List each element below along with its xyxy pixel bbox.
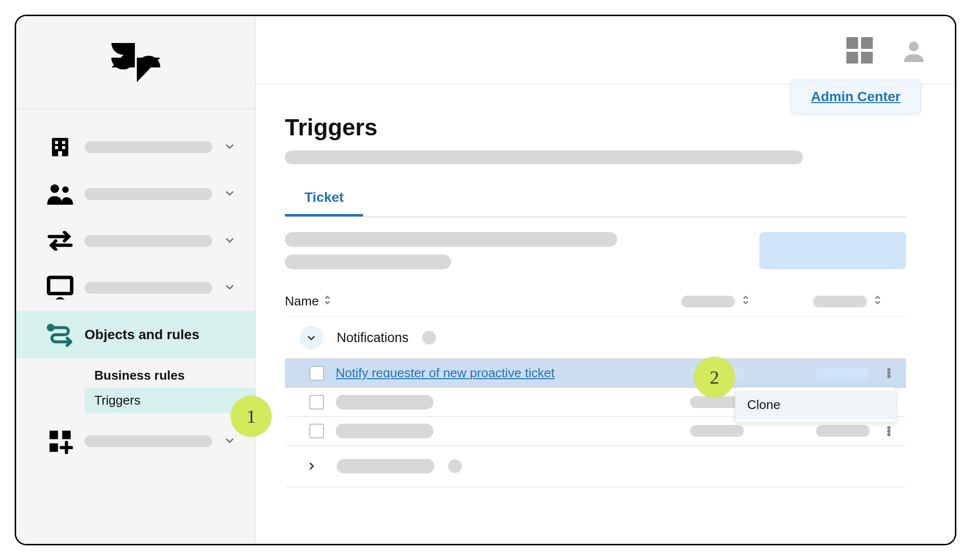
apps-add-icon xyxy=(45,427,75,456)
row-placeholder xyxy=(336,424,433,438)
sidebar-item-channels[interactable] xyxy=(16,217,255,264)
svg-point-19 xyxy=(909,42,919,51)
row-actions-menu: Clone xyxy=(735,387,896,423)
tab-ticket[interactable]: Ticket xyxy=(285,184,363,216)
cell-placeholder xyxy=(816,425,870,437)
row-checkbox[interactable] xyxy=(309,366,324,381)
workflow-icon xyxy=(45,320,75,349)
avatar-icon[interactable] xyxy=(902,39,926,62)
count-placeholder xyxy=(448,459,462,473)
monitor-icon xyxy=(45,273,75,302)
group-placeholder xyxy=(337,459,434,474)
row-actions-icon[interactable]: ••• xyxy=(882,368,896,378)
nav-placeholder xyxy=(85,188,212,200)
people-icon xyxy=(45,179,75,209)
collapse-icon[interactable] xyxy=(300,326,323,349)
group-name: Notifications xyxy=(337,330,409,345)
nav-placeholder xyxy=(85,435,212,447)
nav-placeholder xyxy=(85,141,212,153)
chevron-down-icon xyxy=(224,140,236,154)
trigger-link[interactable]: Notify requester of new proactive ticket xyxy=(336,366,555,381)
svg-marker-1 xyxy=(137,58,160,82)
app-switcher-icon[interactable] xyxy=(846,37,873,64)
sidebar-sub-triggers[interactable]: Triggers xyxy=(85,388,255,413)
svg-point-9 xyxy=(62,187,68,193)
toolbar xyxy=(285,232,906,269)
svg-rect-3 xyxy=(55,141,58,144)
chevron-down-icon xyxy=(224,281,236,295)
sidebar-submenu: Business rules Triggers xyxy=(16,358,255,418)
cell-placeholder xyxy=(690,425,744,437)
sidebar-item-apps[interactable] xyxy=(16,418,255,465)
cell-placeholder xyxy=(816,367,870,379)
building-icon xyxy=(45,132,75,162)
sort-icon xyxy=(874,295,882,307)
primary-action-button[interactable] xyxy=(759,232,906,269)
toolbar-left xyxy=(285,232,617,269)
svg-rect-12 xyxy=(48,278,71,294)
group-row-collapsed[interactable] xyxy=(285,446,906,487)
arrows-icon xyxy=(45,226,75,256)
table-header: Name xyxy=(285,294,906,317)
nav-placeholder xyxy=(85,235,212,247)
column-name-label: Name xyxy=(285,294,319,309)
zendesk-logo-icon xyxy=(111,43,160,82)
expand-icon[interactable] xyxy=(300,454,323,478)
sidebar: Objects and rules Business rules Trigger… xyxy=(16,16,256,544)
svg-rect-5 xyxy=(55,146,58,149)
sidebar-item-account[interactable] xyxy=(16,124,255,171)
svg-rect-15 xyxy=(62,431,70,439)
svg-rect-7 xyxy=(58,151,62,156)
main-area: Admin Center Triggers Ticket Name xyxy=(256,16,955,544)
row-checkbox[interactable] xyxy=(309,395,324,409)
row-checkbox[interactable] xyxy=(309,424,324,438)
column-name[interactable]: Name xyxy=(285,294,667,309)
svg-point-13 xyxy=(48,325,53,330)
column-placeholder[interactable] xyxy=(667,295,750,307)
context-pill: Admin Center xyxy=(791,80,921,114)
chevron-down-icon xyxy=(224,187,236,201)
table-row[interactable]: Notify requester of new proactive ticket… xyxy=(285,359,906,388)
nav-placeholder xyxy=(85,282,212,294)
svg-rect-16 xyxy=(49,443,58,452)
annotation-badge-1: 1 xyxy=(231,396,272,437)
sidebar-nav: Objects and rules Business rules Trigger… xyxy=(16,109,255,479)
sidebar-sub-heading[interactable]: Business rules xyxy=(85,363,255,388)
menu-item-clone[interactable]: Clone xyxy=(735,390,896,419)
sort-icon xyxy=(742,295,750,307)
sidebar-item-workspaces[interactable] xyxy=(16,264,255,311)
svg-rect-14 xyxy=(49,431,58,439)
sort-icon xyxy=(324,295,331,307)
toolbar-placeholder xyxy=(285,255,451,269)
row-placeholder xyxy=(336,395,433,409)
logo-area xyxy=(16,16,255,109)
svg-rect-6 xyxy=(62,146,65,149)
svg-rect-4 xyxy=(62,141,65,144)
svg-point-8 xyxy=(50,184,59,193)
sidebar-active-label: Objects and rules xyxy=(85,327,236,343)
toolbar-placeholder xyxy=(285,232,617,247)
tabs: Ticket xyxy=(285,184,906,217)
group-row-notifications[interactable]: Notifications xyxy=(285,317,906,359)
annotation-badge-2: 2 xyxy=(694,357,735,398)
row-actions-icon[interactable]: ••• xyxy=(882,426,896,436)
chevron-down-icon xyxy=(224,434,236,448)
column-placeholder[interactable] xyxy=(798,295,882,307)
sidebar-item-people[interactable] xyxy=(16,171,255,217)
page-title: Triggers xyxy=(285,114,906,141)
admin-center-link[interactable]: Admin Center xyxy=(811,89,901,104)
count-placeholder xyxy=(422,331,436,345)
content: Triggers Ticket Name xyxy=(256,85,955,507)
chevron-down-icon xyxy=(224,234,236,248)
topbar xyxy=(256,16,955,85)
sidebar-item-objects-rules[interactable]: Objects and rules xyxy=(16,311,255,358)
subtitle-placeholder xyxy=(285,151,803,164)
app-frame: Objects and rules Business rules Trigger… xyxy=(15,15,956,545)
